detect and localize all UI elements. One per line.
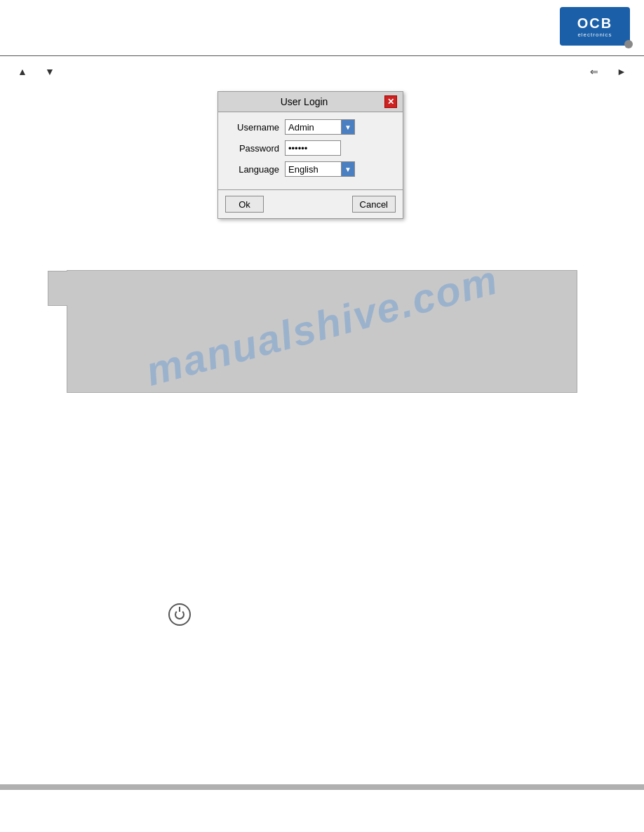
language-value: English (285, 161, 341, 177)
bottom-bar (0, 784, 644, 790)
close-button[interactable]: ✕ (384, 95, 397, 108)
password-label: Password (227, 143, 279, 154)
username-select-wrapper: Admin ▼ (285, 119, 355, 135)
dialog-footer: Ok Cancel (218, 189, 403, 218)
header: OCB electronics (0, 0, 644, 56)
cancel-button[interactable]: Cancel (352, 196, 396, 213)
language-control: English ▼ (285, 161, 355, 177)
dialog-content: Username Admin ▼ Password Language (218, 112, 403, 189)
ok-button[interactable]: Ok (225, 196, 264, 213)
content-tab (48, 271, 67, 306)
play-button[interactable]: ► (613, 63, 630, 80)
toolbar: ▲ ▼ ⇐ ► (0, 58, 644, 86)
username-dropdown-arrow[interactable]: ▼ (341, 119, 355, 135)
password-control (285, 140, 341, 156)
up-arrow-button[interactable]: ▲ (14, 63, 31, 80)
language-row: Language English ▼ (227, 161, 394, 177)
logo-sub: electronics (577, 32, 612, 38)
username-control: Admin ▼ (285, 119, 355, 135)
network-icon: ⇐ (586, 63, 603, 80)
logo-circle (624, 40, 633, 48)
language-dropdown-arrow[interactable]: ▼ (341, 161, 355, 177)
dialog-title-bar: User Login ✕ (218, 92, 403, 112)
content-area (67, 270, 577, 393)
language-select-wrapper: English ▼ (285, 161, 355, 177)
down-arrow-button[interactable]: ▼ (41, 63, 58, 80)
username-value: Admin (285, 119, 341, 135)
dialog-title: User Login (224, 96, 384, 107)
dialog-box: User Login ✕ Username Admin ▼ Password (217, 91, 403, 219)
logo-area: OCB electronics (560, 7, 630, 46)
power-icon (175, 610, 185, 619)
power-button-area (168, 603, 191, 626)
password-input[interactable] (285, 140, 341, 156)
ocb-logo: OCB electronics (560, 7, 630, 46)
logo-text: OCB (577, 15, 612, 32)
username-row: Username Admin ▼ (227, 119, 394, 135)
password-row: Password (227, 140, 394, 156)
language-label: Language (227, 164, 279, 175)
login-dialog: User Login ✕ Username Admin ▼ Password (217, 91, 403, 219)
username-label: Username (227, 122, 279, 133)
power-button[interactable] (168, 603, 191, 626)
